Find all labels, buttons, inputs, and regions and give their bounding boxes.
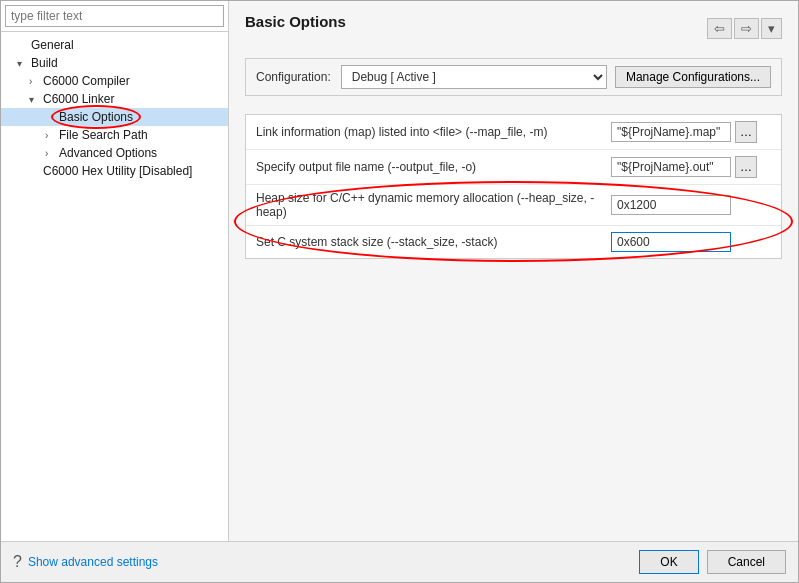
map-file-value-area: … — [611, 121, 771, 143]
tree-item-c6000-linker[interactable]: ▾ C6000 Linker — [1, 90, 228, 108]
heap-size-input[interactable] — [611, 195, 731, 215]
right-panel: Basic Options ⇦ ⇨ ▾ Configuration: Debug… — [229, 1, 798, 541]
tree-item-build[interactable]: ▾ Build — [1, 54, 228, 72]
panel-header: Basic Options ⇦ ⇨ ▾ — [245, 13, 782, 44]
tree-arrow-advanced-options: › — [45, 148, 55, 159]
tree-label-c6000-linker: C6000 Linker — [43, 92, 114, 106]
output-file-browse-button[interactable]: … — [735, 156, 757, 178]
map-file-label: Link information (map) listed into <file… — [256, 125, 611, 139]
output-file-input[interactable] — [611, 157, 731, 177]
tree-arrow-c6000-compiler: › — [29, 76, 39, 87]
left-panel: General ▾ Build › C6000 Compiler ▾ C6000… — [1, 1, 229, 541]
heap-size-value-area — [611, 195, 771, 215]
map-file-input[interactable] — [611, 122, 731, 142]
stack-size-label: Set C system stack size (--stack_size, -… — [256, 235, 611, 249]
footer-right: OK Cancel — [639, 550, 786, 574]
cancel-button[interactable]: Cancel — [707, 550, 786, 574]
filter-input[interactable] — [5, 5, 224, 27]
manage-configurations-button[interactable]: Manage Configurations... — [615, 66, 771, 88]
dialog-body: General ▾ Build › C6000 Compiler ▾ C6000… — [1, 1, 798, 541]
nav-back-button[interactable]: ⇦ — [707, 18, 732, 39]
options-row-stack-size: Set C system stack size (--stack_size, -… — [246, 226, 781, 258]
tree-item-c6000-compiler[interactable]: › C6000 Compiler — [1, 72, 228, 90]
output-file-value-area: … — [611, 156, 771, 178]
dialog-footer: ? Show advanced settings OK Cancel — [1, 541, 798, 582]
nav-dropdown-button[interactable]: ▾ — [761, 18, 782, 39]
tree-label-build: Build — [31, 56, 58, 70]
config-label: Configuration: — [256, 70, 331, 84]
config-row: Configuration: Debug [ Active ] Manage C… — [245, 58, 782, 96]
tree-label-general: General — [31, 38, 74, 52]
nav-buttons: ⇦ ⇨ ▾ — [707, 18, 782, 39]
tree-label-c6000-hex: C6000 Hex Utility [Disabled] — [43, 164, 192, 178]
help-button[interactable]: ? — [13, 553, 22, 571]
footer-left: ? Show advanced settings — [13, 553, 158, 571]
tree-arrow-build: ▾ — [17, 58, 27, 69]
nav-forward-button[interactable]: ⇨ — [734, 18, 759, 39]
main-dialog: General ▾ Build › C6000 Compiler ▾ C6000… — [0, 0, 799, 583]
ok-button[interactable]: OK — [639, 550, 698, 574]
tree-label-advanced-options: Advanced Options — [59, 146, 157, 160]
panel-title: Basic Options — [245, 13, 346, 30]
options-row-map-file: Link information (map) listed into <file… — [246, 115, 781, 150]
tree-item-basic-options[interactable]: Basic Options — [1, 108, 228, 126]
tree-area: General ▾ Build › C6000 Compiler ▾ C6000… — [1, 32, 228, 541]
tree-label-c6000-compiler: C6000 Compiler — [43, 74, 130, 88]
tree-item-advanced-options[interactable]: › Advanced Options — [1, 144, 228, 162]
heap-stack-section: Heap size for C/C++ dynamic memory alloc… — [246, 185, 781, 258]
tree-label-file-search-path: File Search Path — [59, 128, 148, 142]
map-file-browse-button[interactable]: … — [735, 121, 757, 143]
stack-size-value-area — [611, 232, 771, 252]
output-file-label: Specify output file name (--output_file,… — [256, 160, 611, 174]
config-select[interactable]: Debug [ Active ] — [341, 65, 607, 89]
show-advanced-link[interactable]: Show advanced settings — [28, 555, 158, 569]
heap-size-label: Heap size for C/C++ dynamic memory alloc… — [256, 191, 611, 219]
filter-wrapper — [1, 1, 228, 32]
tree-item-file-search-path[interactable]: › File Search Path — [1, 126, 228, 144]
tree-arrow-c6000-linker: ▾ — [29, 94, 39, 105]
tree-item-c6000-hex[interactable]: C6000 Hex Utility [Disabled] — [1, 162, 228, 180]
options-section: Link information (map) listed into <file… — [245, 114, 782, 259]
tree-item-general[interactable]: General — [1, 36, 228, 54]
stack-size-input[interactable] — [611, 232, 731, 252]
options-row-output-file: Specify output file name (--output_file,… — [246, 150, 781, 185]
tree-arrow-file-search-path: › — [45, 130, 55, 141]
options-row-heap-size: Heap size for C/C++ dynamic memory alloc… — [246, 185, 781, 226]
tree-label-basic-options: Basic Options — [59, 110, 133, 124]
